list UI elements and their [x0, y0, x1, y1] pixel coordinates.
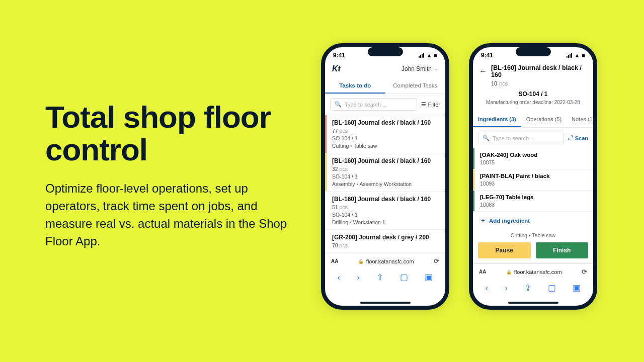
tabs-icon[interactable]: ▣ — [573, 283, 581, 293]
lock-icon: 🔒 — [506, 269, 512, 275]
share-icon[interactable]: ⇪ — [524, 283, 531, 293]
task-row[interactable]: [BL-160] Journal desk / black / 160 32 p… — [325, 153, 445, 192]
wifi-icon: ▲ — [426, 52, 432, 58]
deadline: Manufacturing order deadline: 2022-03-28 — [479, 100, 587, 105]
back-icon[interactable]: ‹ — [338, 273, 341, 283]
tab-operations[interactable]: Operations (5) — [521, 112, 567, 127]
cellular-icon — [567, 53, 572, 58]
url-text: floor.katanasfc.com — [514, 269, 562, 275]
cellular-icon — [419, 53, 424, 58]
status-icons: ▲ ■ — [567, 52, 585, 58]
task-list: [BL-160] Journal desk / black / 160 77 p… — [325, 115, 445, 253]
hero-body: Optimize floor-level operations, set up … — [45, 180, 297, 250]
search-placeholder: Type to search ... — [493, 135, 535, 141]
task-row[interactable]: [BL-160] Journal desk / black / 160 77 p… — [325, 115, 445, 153]
ingredient-row[interactable]: [LEG-70] Table legs 10083 — [473, 191, 593, 212]
search-icon: 🔍 — [335, 101, 342, 108]
lock-icon: 🔒 — [358, 259, 364, 264]
task-tabs: Tasks to do Completed Tasks — [325, 78, 445, 94]
url-text: floor.katanasfc.com — [366, 258, 414, 264]
back-arrow-icon[interactable]: ← — [479, 67, 487, 76]
reload-icon[interactable]: ⟳ — [582, 268, 587, 276]
add-ingredient-button[interactable]: ＋ Add ingredient — [473, 212, 593, 229]
user-menu[interactable]: John Smith ⌄ — [401, 65, 438, 72]
tab-completed[interactable]: Completed Tasks — [385, 78, 446, 94]
ingredient-list: [OAK-240] Oak wood 10075 [PAINT-BLA] Pai… — [473, 148, 593, 212]
browser-toolbar: ‹ › ⇪ ▢ ▣ — [473, 280, 593, 295]
chevron-down-icon: ⌄ — [434, 66, 438, 71]
wifi-icon: ▲ — [574, 52, 580, 58]
so-number: SO-104 / 1 — [479, 90, 587, 98]
detail-tabs: Ingredients (3) Operations (5) Notes (1) — [473, 112, 593, 128]
search-icon: 🔍 — [482, 135, 490, 141]
browser-urlbar[interactable]: AA 🔒floor.katanasfc.com ⟳ — [325, 253, 445, 269]
bookmarks-icon[interactable]: ▢ — [400, 272, 408, 283]
tab-ingredients[interactable]: Ingredients (3) — [473, 112, 521, 127]
tab-tasks-todo[interactable]: Tasks to do — [325, 78, 385, 94]
share-icon[interactable]: ⇪ — [376, 272, 383, 283]
ingredient-row[interactable]: [OAK-240] Oak wood 10075 — [473, 148, 593, 169]
status-bar-color — [325, 153, 327, 191]
clock: 9:41 — [333, 52, 345, 59]
search-input[interactable]: 🔍 Type to search ... — [330, 98, 417, 111]
detail-title: [BL-160] Journal desk / black / 160 — [491, 64, 587, 78]
browser-toolbar: ‹ › ⇪ ▢ ▣ — [325, 269, 445, 285]
notch — [368, 47, 403, 56]
search-input[interactable]: 🔍 Type to search ... — [478, 132, 564, 144]
scan-icon: ⌞⌝ — [568, 135, 573, 141]
text-size-button[interactable]: AA — [331, 258, 338, 264]
search-placeholder: Type to search ... — [345, 102, 387, 108]
status-icons: ▲ ■ — [419, 52, 437, 58]
ingredient-row[interactable]: [PAINT-BLA] Paint / black 10093 — [473, 169, 593, 191]
battery-icon: ■ — [434, 52, 437, 58]
status-bar-color — [325, 192, 327, 229]
forward-icon[interactable]: › — [357, 273, 360, 283]
plus-icon: ＋ — [480, 217, 486, 224]
bookmarks-icon[interactable]: ▢ — [548, 283, 556, 293]
filter-icon: ☰ — [421, 101, 426, 108]
current-operation: Cutting • Table saw — [473, 229, 593, 240]
status-bar-color — [325, 115, 327, 153]
app-logo: Kt — [332, 64, 341, 73]
phone-tasklist: 9:41 ▲ ■ Kt John Smith ⌄ Tasks to do Com… — [321, 43, 449, 310]
tabs-icon[interactable]: ▣ — [425, 272, 433, 283]
user-name: John Smith — [401, 65, 432, 72]
back-icon[interactable]: ‹ — [486, 283, 489, 293]
hero-title: Total shop floor control — [45, 101, 297, 166]
status-bar-color — [325, 230, 327, 252]
clock: 9:41 — [481, 52, 493, 59]
task-row[interactable]: [BL-160] Journal desk / black / 160 51 p… — [325, 192, 445, 230]
notch — [516, 47, 551, 56]
phone-detail: 9:41 ▲ ■ ← [BL-160] Journal desk / black… — [469, 43, 597, 310]
status-bar: 9:41 ▲ ■ — [325, 47, 445, 61]
browser-urlbar[interactable]: AA 🔒floor.katanasfc.com ⟳ — [473, 263, 593, 280]
filter-button[interactable]: ☰ Filter — [421, 101, 440, 108]
home-indicator — [508, 302, 558, 304]
battery-icon: ■ — [582, 52, 585, 58]
reload-icon[interactable]: ⟳ — [434, 257, 439, 265]
pause-button[interactable]: Pause — [478, 242, 531, 258]
task-row[interactable]: [GR-200] Journal desk / grey / 200 70 pc… — [325, 230, 445, 253]
scan-button[interactable]: ⌞⌝ Scan — [568, 135, 588, 141]
tab-notes[interactable]: Notes (1) — [567, 112, 597, 127]
forward-icon[interactable]: › — [505, 283, 508, 293]
home-indicator — [360, 302, 411, 304]
finish-button[interactable]: Finish — [536, 242, 589, 258]
status-bar: 9:41 ▲ ■ — [473, 47, 593, 61]
text-size-button[interactable]: AA — [479, 269, 486, 275]
